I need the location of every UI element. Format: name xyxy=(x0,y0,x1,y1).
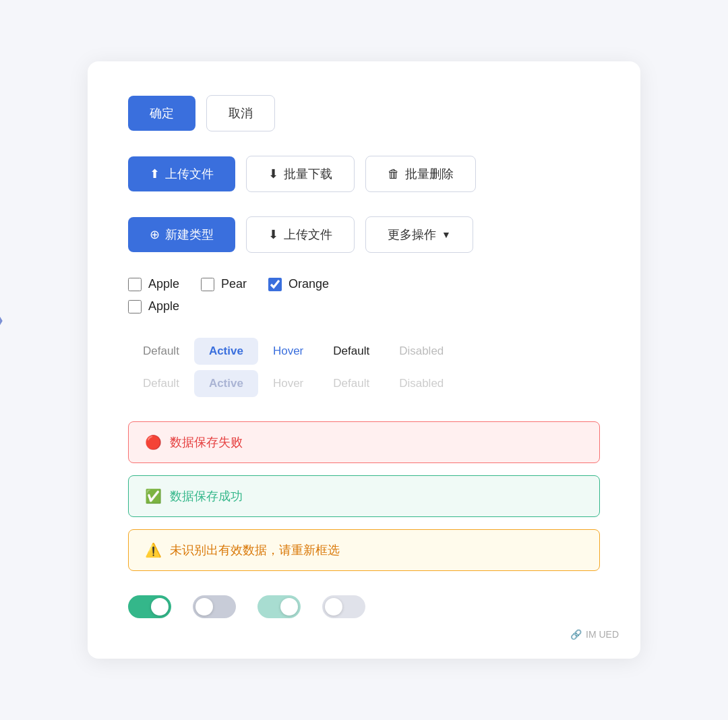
alert-error: 🔴 数据保存失败 xyxy=(128,421,600,463)
checkbox-row1: Apple Pear Orange xyxy=(128,277,600,291)
file-action-section: ⬆ 上传文件 ⬇ 批量下载 🗑 批量删除 xyxy=(128,156,600,192)
tab-default1[interactable]: Default xyxy=(128,338,194,365)
plus-circle-icon: ⊕ xyxy=(150,227,160,242)
cancel-button[interactable]: 取消 xyxy=(206,95,275,131)
warning-icon: ⚠️ xyxy=(145,542,162,558)
toggle-3-track xyxy=(257,595,301,618)
checkbox-orange[interactable]: Orange xyxy=(268,277,329,291)
tab-default3: Default xyxy=(128,370,194,397)
brand-text: IM UED xyxy=(586,629,619,640)
svg-marker-2 xyxy=(0,309,1,332)
sidebar-logo: 分子 Molecules xyxy=(0,304,13,416)
toggle-4[interactable] xyxy=(322,595,365,618)
batch-download-button[interactable]: ⬇ 批量下载 xyxy=(246,156,355,192)
alert-success: ✅ 数据保存成功 xyxy=(128,475,600,517)
toggle-2[interactable] xyxy=(193,595,236,618)
toggle-3[interactable] xyxy=(257,595,301,618)
tab-states-section: Default Active Hover Default Disabled De… xyxy=(128,338,600,397)
tab-default4: Default xyxy=(318,370,384,397)
tab-disabled1: Disabled xyxy=(384,338,458,365)
toggle-4-thumb xyxy=(325,598,342,616)
checkbox-apple2-label: Apple xyxy=(148,299,179,313)
checkbox-apple1[interactable]: Apple xyxy=(128,277,179,291)
checkbox-pear[interactable]: Pear xyxy=(201,277,247,291)
toggle-1-track xyxy=(128,595,171,618)
brand-icon: 🔗 xyxy=(570,629,582,640)
tab-states-row2: Default Active Hover Default Disabled xyxy=(128,370,600,397)
toggle-2-thumb xyxy=(195,598,213,616)
checkbox-apple1-input[interactable] xyxy=(128,278,142,291)
batch-delete-button[interactable]: 🗑 批量删除 xyxy=(365,156,476,192)
checkbox-row2: Apple xyxy=(128,299,600,313)
tab-states-row1: Default Active Hover Default Disabled xyxy=(128,338,600,365)
brand-watermark: 🔗 IM UED xyxy=(570,629,619,640)
more-actions-button[interactable]: 更多操作 ▼ xyxy=(365,216,473,253)
checkbox-apple1-label: Apple xyxy=(148,277,179,291)
checkbox-apple2-input[interactable] xyxy=(128,300,142,313)
delete-icon: 🗑 xyxy=(388,167,400,181)
main-card: 确定 取消 ⬆ 上传文件 ⬇ 批量下载 🗑 批量删除 ⊕ 新建类型 xyxy=(88,61,640,659)
toggle-4-track xyxy=(322,595,365,618)
alerts-section: 🔴 数据保存失败 ✅ 数据保存成功 ⚠️ 未识别出有效数据，请重新框选 xyxy=(128,421,600,571)
tab-default2[interactable]: Default xyxy=(318,338,384,365)
toggle-1[interactable] xyxy=(128,595,171,618)
checkbox-pear-input[interactable] xyxy=(201,278,214,291)
download-icon: ⬇ xyxy=(268,167,278,181)
toggles-section xyxy=(128,595,600,618)
tab-hover2: Hover xyxy=(258,370,318,397)
success-icon: ✅ xyxy=(145,488,162,504)
alert-success-text: 数据保存成功 xyxy=(170,488,243,504)
toggle-3-thumb xyxy=(280,598,298,616)
alert-warning-text: 未识别出有效数据，请重新框选 xyxy=(170,542,340,558)
checkbox-pear-label: Pear xyxy=(221,277,247,291)
tab-hover1[interactable]: Hover xyxy=(258,338,318,365)
checkbox-orange-input[interactable] xyxy=(268,278,282,291)
tab-active2: Active xyxy=(194,370,258,397)
alert-warning: ⚠️ 未识别出有效数据，请重新框选 xyxy=(128,529,600,571)
type-action-section: ⊕ 新建类型 ⬇ 上传文件 更多操作 ▼ xyxy=(128,216,600,253)
new-type-button[interactable]: ⊕ 新建类型 xyxy=(128,217,235,252)
toggle-2-track xyxy=(193,595,236,618)
toggle-1-thumb xyxy=(151,598,169,616)
tab-active1[interactable]: Active xyxy=(194,338,258,365)
molecules-icon xyxy=(0,304,13,371)
confirm-cancel-section: 确定 取消 xyxy=(128,95,600,131)
dropdown-icon: ▼ xyxy=(442,229,451,240)
upload-icon: ⬆ xyxy=(150,167,160,181)
checkbox-apple2[interactable]: Apple xyxy=(128,299,179,313)
checkbox-section: Apple Pear Orange Apple xyxy=(128,277,600,313)
alert-error-text: 数据保存失败 xyxy=(170,434,243,450)
tab-disabled2: Disabled xyxy=(384,370,458,397)
upload-file2-button[interactable]: ⬇ 上传文件 xyxy=(246,216,355,253)
confirm-button[interactable]: 确定 xyxy=(128,96,195,131)
upload2-icon: ⬇ xyxy=(268,227,278,242)
upload-file-button[interactable]: ⬆ 上传文件 xyxy=(128,156,235,191)
error-icon: 🔴 xyxy=(145,434,162,450)
checkbox-orange-label: Orange xyxy=(289,277,329,291)
